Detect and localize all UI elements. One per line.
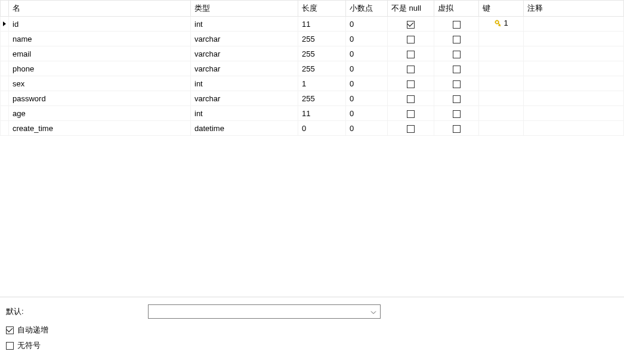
cell-comment[interactable] xyxy=(524,61,624,76)
cell-decimal[interactable]: 0 xyxy=(346,17,388,32)
virtual-checkbox[interactable] xyxy=(453,21,461,29)
cell-virtual[interactable] xyxy=(434,61,479,76)
cell-decimal[interactable]: 0 xyxy=(346,61,388,76)
auto-increment-checkbox[interactable] xyxy=(6,326,14,334)
cell-key[interactable] xyxy=(479,121,524,136)
cell-name[interactable]: email xyxy=(9,46,191,61)
cell-key[interactable]: 1 xyxy=(479,17,524,32)
cell-notnull[interactable] xyxy=(388,17,434,32)
notnull-checkbox[interactable] xyxy=(407,21,415,29)
cell-type[interactable]: int xyxy=(191,106,298,121)
table-row[interactable]: ageint110 xyxy=(1,106,624,121)
unsigned-row[interactable]: 无符号 xyxy=(6,340,618,351)
cell-type[interactable]: varchar xyxy=(191,32,298,46)
notnull-checkbox[interactable] xyxy=(407,110,415,118)
notnull-checkbox[interactable] xyxy=(407,95,415,103)
virtual-checkbox[interactable] xyxy=(453,125,461,133)
table-row[interactable]: emailvarchar2550 xyxy=(1,46,624,61)
notnull-checkbox[interactable] xyxy=(407,125,415,133)
table-row[interactable]: sexint10 xyxy=(1,76,624,91)
cell-type[interactable]: varchar xyxy=(191,61,298,76)
cell-length[interactable]: 255 xyxy=(298,91,346,106)
cell-type[interactable]: int xyxy=(191,76,298,91)
cell-name[interactable]: password xyxy=(9,91,191,106)
cell-name[interactable]: sex xyxy=(9,76,191,91)
cell-virtual[interactable] xyxy=(434,76,479,91)
cell-key[interactable] xyxy=(479,76,524,91)
virtual-checkbox[interactable] xyxy=(453,36,461,43)
cell-notnull[interactable] xyxy=(388,76,434,91)
cell-name[interactable]: age xyxy=(9,106,191,121)
notnull-checkbox[interactable] xyxy=(407,36,415,43)
auto-increment-row[interactable]: 自动递增 xyxy=(6,325,618,335)
cell-decimal[interactable]: 0 xyxy=(346,46,388,61)
notnull-checkbox[interactable] xyxy=(407,80,415,88)
cell-length[interactable]: 11 xyxy=(298,17,346,32)
cell-name[interactable]: create_time xyxy=(9,121,191,136)
virtual-checkbox[interactable] xyxy=(453,51,461,58)
cell-name[interactable]: id xyxy=(9,17,191,32)
cell-notnull[interactable] xyxy=(388,91,434,106)
unsigned-checkbox[interactable] xyxy=(6,342,14,350)
header-name[interactable]: 名 xyxy=(9,1,191,17)
header-decimal[interactable]: 小数点 xyxy=(346,1,388,17)
cell-notnull[interactable] xyxy=(388,121,434,136)
cell-notnull[interactable] xyxy=(388,61,434,76)
cell-key[interactable] xyxy=(479,61,524,76)
header-key[interactable]: 键 xyxy=(479,1,524,17)
cell-comment[interactable] xyxy=(524,32,624,46)
cell-type[interactable]: datetime xyxy=(191,121,298,136)
cell-notnull[interactable] xyxy=(388,32,434,46)
virtual-checkbox[interactable] xyxy=(453,95,461,103)
cell-key[interactable] xyxy=(479,106,524,121)
cell-virtual[interactable] xyxy=(434,91,479,106)
cell-decimal[interactable]: 0 xyxy=(346,91,388,106)
table-row[interactable]: passwordvarchar2550 xyxy=(1,91,624,106)
cell-decimal[interactable]: 0 xyxy=(346,121,388,136)
cell-virtual[interactable] xyxy=(434,121,479,136)
table-row[interactable]: namevarchar2550 xyxy=(1,32,624,46)
cell-notnull[interactable] xyxy=(388,46,434,61)
cell-length[interactable]: 255 xyxy=(298,46,346,61)
cell-virtual[interactable] xyxy=(434,32,479,46)
cell-type[interactable]: varchar xyxy=(191,91,298,106)
table-row[interactable]: phonevarchar2550 xyxy=(1,61,624,76)
default-select[interactable] xyxy=(148,304,381,319)
cell-comment[interactable] xyxy=(524,121,624,136)
cell-key[interactable] xyxy=(479,91,524,106)
virtual-checkbox[interactable] xyxy=(453,66,461,73)
table-row[interactable]: idint1101 xyxy=(1,17,624,32)
cell-key[interactable] xyxy=(479,32,524,46)
cell-decimal[interactable]: 0 xyxy=(346,76,388,91)
cell-type[interactable]: varchar xyxy=(191,46,298,61)
table-row[interactable]: create_timedatetime00 xyxy=(1,121,624,136)
cell-name[interactable]: name xyxy=(9,32,191,46)
cell-key[interactable] xyxy=(479,46,524,61)
header-virtual[interactable]: 虚拟 xyxy=(434,1,479,17)
virtual-checkbox[interactable] xyxy=(453,80,461,88)
cell-virtual[interactable] xyxy=(434,17,479,32)
cell-comment[interactable] xyxy=(524,17,624,32)
notnull-checkbox[interactable] xyxy=(407,51,415,58)
cell-comment[interactable] xyxy=(524,76,624,91)
cell-virtual[interactable] xyxy=(434,106,479,121)
header-length[interactable]: 长度 xyxy=(298,1,346,17)
cell-length[interactable]: 0 xyxy=(298,121,346,136)
notnull-checkbox[interactable] xyxy=(407,66,415,73)
cell-notnull[interactable] xyxy=(388,106,434,121)
cell-comment[interactable] xyxy=(524,46,624,61)
cell-comment[interactable] xyxy=(524,91,624,106)
cell-length[interactable]: 11 xyxy=(298,106,346,121)
cell-virtual[interactable] xyxy=(434,46,479,61)
header-type[interactable]: 类型 xyxy=(191,1,298,17)
cell-type[interactable]: int xyxy=(191,17,298,32)
cell-name[interactable]: phone xyxy=(9,61,191,76)
cell-length[interactable]: 1 xyxy=(298,76,346,91)
cell-decimal[interactable]: 0 xyxy=(346,32,388,46)
header-comment[interactable]: 注释 xyxy=(524,1,624,17)
cell-length[interactable]: 255 xyxy=(298,32,346,46)
virtual-checkbox[interactable] xyxy=(453,110,461,118)
cell-comment[interactable] xyxy=(524,106,624,121)
cell-length[interactable]: 255 xyxy=(298,61,346,76)
cell-decimal[interactable]: 0 xyxy=(346,106,388,121)
